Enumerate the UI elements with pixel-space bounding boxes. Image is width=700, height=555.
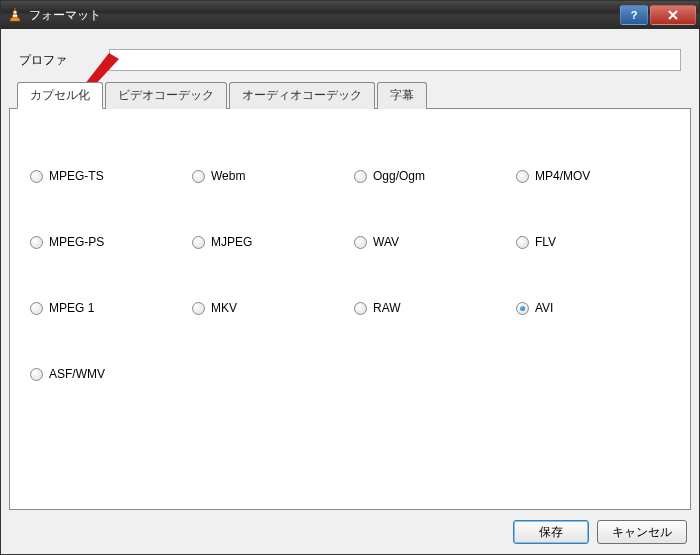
radio-icon (516, 302, 529, 315)
radio-mjpeg[interactable]: MJPEG (192, 235, 346, 249)
radio-label: AVI (535, 301, 553, 315)
radio-webm[interactable]: Webm (192, 169, 346, 183)
radio-icon (30, 236, 43, 249)
tab-subtitles[interactable]: 字幕 (377, 82, 427, 109)
radio-icon (516, 236, 529, 249)
radio-label: MKV (211, 301, 237, 315)
profile-row: プロファ (9, 35, 691, 81)
profile-input[interactable] (109, 49, 681, 71)
radio-mpeg1[interactable]: MPEG 1 (30, 301, 184, 315)
radio-icon (30, 302, 43, 315)
radio-mkv[interactable]: MKV (192, 301, 346, 315)
cancel-button[interactable]: キャンセル (597, 520, 687, 544)
save-button[interactable]: 保存 (513, 520, 589, 544)
button-label: 保存 (539, 524, 563, 541)
radio-icon (354, 302, 367, 315)
tab-encapsulation[interactable]: カプセル化 (17, 82, 103, 109)
radio-icon (354, 170, 367, 183)
tab-label: オーディオコーデック (242, 88, 362, 102)
radio-wav[interactable]: WAV (354, 235, 508, 249)
radio-label: MPEG-PS (49, 235, 104, 249)
svg-text:?: ? (631, 9, 638, 21)
radio-icon (30, 368, 43, 381)
tab-video-codec[interactable]: ビデオコーデック (105, 82, 227, 109)
radio-label: MJPEG (211, 235, 252, 249)
profile-label: プロファ (19, 52, 109, 69)
radio-asf[interactable]: ASF/WMV (30, 367, 184, 381)
radio-icon (192, 236, 205, 249)
tab-audio-codec[interactable]: オーディオコーデック (229, 82, 375, 109)
client-area: プロファ カプセル化 ビデオコーデック オーディオコーデック 字幕 MPEG-T… (1, 29, 699, 554)
radio-label: WAV (373, 235, 399, 249)
button-label: キャンセル (612, 524, 672, 541)
radio-icon (516, 170, 529, 183)
radio-raw[interactable]: RAW (354, 301, 508, 315)
svg-rect-0 (13, 11, 16, 13)
radio-label: ASF/WMV (49, 367, 105, 381)
vlc-icon (7, 7, 23, 23)
radio-icon (192, 302, 205, 315)
tab-label: カプセル化 (30, 88, 90, 102)
help-button[interactable]: ? (620, 5, 648, 25)
radio-label: Webm (211, 169, 245, 183)
titlebar: フォーマット ? (1, 1, 699, 29)
radio-label: RAW (373, 301, 401, 315)
radio-mpeg-ps[interactable]: MPEG-PS (30, 235, 184, 249)
radio-ogg[interactable]: Ogg/Ogm (354, 169, 508, 183)
tab-label: ビデオコーデック (118, 88, 214, 102)
tabpanel-encapsulation: MPEG-TS Webm Ogg/Ogm MP4/MOV MPEG-PS MJP… (9, 108, 691, 510)
radio-mpeg-ts[interactable]: MPEG-TS (30, 169, 184, 183)
button-row: 保存 キャンセル (9, 510, 691, 546)
radio-icon (192, 170, 205, 183)
tabstrip: カプセル化 ビデオコーデック オーディオコーデック 字幕 (9, 81, 691, 108)
svg-rect-1 (13, 15, 17, 17)
radio-label: MP4/MOV (535, 169, 590, 183)
tab-label: 字幕 (390, 88, 414, 102)
radio-icon (354, 236, 367, 249)
radio-label: MPEG-TS (49, 169, 104, 183)
radio-label: FLV (535, 235, 556, 249)
radio-avi[interactable]: AVI (516, 301, 670, 315)
radio-icon (30, 170, 43, 183)
window-title: フォーマット (29, 7, 619, 24)
format-dialog: フォーマット ? プロファ カプセル化 ビデオコーデッ (0, 0, 700, 555)
close-button[interactable] (650, 5, 696, 25)
radio-mp4[interactable]: MP4/MOV (516, 169, 670, 183)
format-radio-grid: MPEG-TS Webm Ogg/Ogm MP4/MOV MPEG-PS MJP… (10, 109, 690, 401)
radio-label: Ogg/Ogm (373, 169, 425, 183)
radio-label: MPEG 1 (49, 301, 94, 315)
radio-flv[interactable]: FLV (516, 235, 670, 249)
